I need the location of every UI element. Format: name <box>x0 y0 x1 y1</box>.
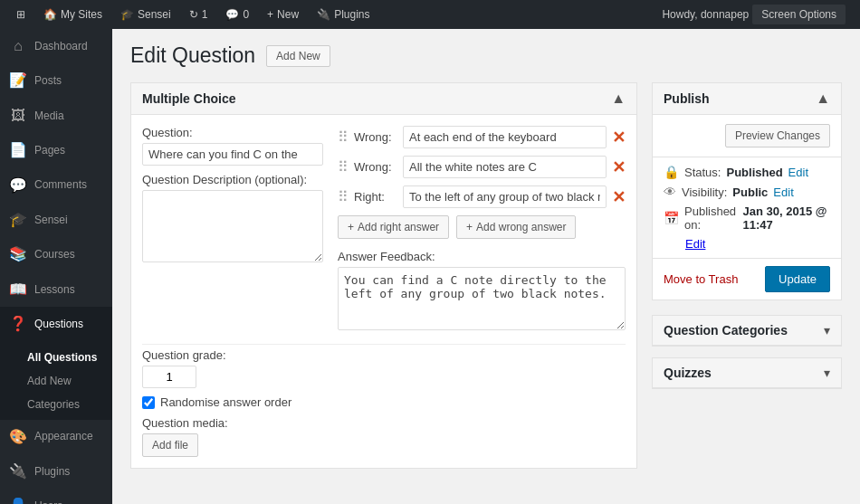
sidebar-item-courses[interactable]: 📚 Courses <box>0 237 112 271</box>
quizzes-title: Quizzes <box>664 366 712 380</box>
sidebar-item-label: Courses <box>34 247 75 262</box>
sidebar-item-label: Posts <box>34 73 62 89</box>
sensei-icon: 🎓 <box>120 8 134 21</box>
sidebar-item-plugins[interactable]: 🔌 Plugins <box>0 454 112 489</box>
sidebar-item-pages[interactable]: 📄 Pages <box>0 133 112 167</box>
feedback-textarea[interactable]: You can find a C note directly to the le… <box>338 267 626 330</box>
new-label: New <box>277 8 299 21</box>
answer-feedback-section: Answer Feedback: You can find a C note d… <box>338 250 626 333</box>
drag-handle-2[interactable]: ⠿ <box>338 158 349 176</box>
add-answer-buttons: + Add right answer + Add wrong answer <box>338 215 626 239</box>
plugins-label: Plugins <box>334 8 369 21</box>
question-categories-metabox: Question Categories ▾ <box>652 315 842 347</box>
comment-icon: 💬 <box>225 8 239 21</box>
user-greeting: Howdy, donnapep <box>662 8 749 21</box>
calendar-icon: 📅 <box>664 211 679 225</box>
sidebar-item-label: Sensei <box>34 213 68 228</box>
question-desc-textarea[interactable] <box>142 190 323 262</box>
sensei-menu[interactable]: 🎓 Sensei <box>111 0 180 29</box>
add-right-answer-button[interactable]: + Add right answer <box>338 215 449 239</box>
sidebar-item-users[interactable]: 👤 Users <box>0 489 112 504</box>
new-menu[interactable]: + New <box>258 0 308 29</box>
sidebar-item-label: Comments <box>34 177 87 193</box>
plus-wrong-icon: + <box>466 221 473 233</box>
visibility-edit-link[interactable]: Edit <box>773 185 793 199</box>
update-button[interactable]: Update <box>765 266 830 292</box>
sidebar-sub-all-questions[interactable]: All Questions <box>0 346 112 369</box>
publish-title: Publish <box>664 91 710 106</box>
sidebar-item-label: Questions <box>34 317 83 332</box>
published-on-row: 📅 Published on: Jan 30, 2015 @ 11:47 <box>664 204 830 232</box>
publish-metabox: Publish ▲ Preview Changes 🔒 Status: Publ… <box>652 82 842 300</box>
my-sites-menu[interactable]: 🏠 My Sites <box>34 0 111 29</box>
wp-logo[interactable]: ⊞ <box>7 0 34 29</box>
move-to-trash-link[interactable]: Move to Trash <box>664 272 738 286</box>
question-categories-header: Question Categories ▾ <box>653 316 841 346</box>
multiple-choice-toggle[interactable]: ▲ <box>611 90 626 107</box>
sidebar-sub-categories[interactable]: Categories <box>0 393 112 416</box>
sidebar-item-label: Plugins <box>34 464 70 480</box>
add-wrong-answer-button[interactable]: + Add wrong answer <box>456 215 576 239</box>
plugins-menu[interactable]: 🔌 Plugins <box>308 0 378 29</box>
sensei-nav-icon: 🎓 <box>9 210 27 230</box>
sidebar-item-media[interactable]: 🖼 Media <box>0 99 112 133</box>
sidebar-item-label: Pages <box>34 143 65 158</box>
status-edit-link[interactable]: Edit <box>788 166 808 179</box>
plugins-nav-icon: 🔌 <box>9 461 27 481</box>
sidebar-item-label: Users <box>34 499 62 504</box>
randomise-label: Randomise answer order <box>160 395 291 409</box>
refresh-icon: ↻ <box>189 8 198 21</box>
answer-input-1[interactable] <box>403 126 607 148</box>
add-wrong-answer-label: Add wrong answer <box>476 221 566 233</box>
admin-bar-right: Howdy, donnapep Screen Options <box>662 5 853 24</box>
appearance-icon: 🎨 <box>9 427 27 447</box>
sidebar-item-label: Dashboard <box>34 39 88 54</box>
answer-row-1: ⠿ Wrong: ✕ <box>338 126 626 148</box>
sidebar-item-sensei[interactable]: 🎓 Sensei <box>0 203 112 237</box>
extra-options: Question grade: Randomise answer order Q… <box>142 344 626 457</box>
randomise-checkbox[interactable] <box>142 396 155 409</box>
updates-menu[interactable]: ↻ 1 <box>180 0 217 29</box>
drag-handle-3[interactable]: ⠿ <box>338 188 349 205</box>
question-categories-toggle[interactable]: ▾ <box>824 323 830 338</box>
add-file-button[interactable]: Add file <box>142 433 198 457</box>
delete-answer-3[interactable]: ✕ <box>612 189 626 205</box>
grade-input[interactable] <box>142 366 196 388</box>
answer-type-3: Right: <box>354 190 397 204</box>
wp-icon: ⊞ <box>16 8 25 21</box>
users-icon: 👤 <box>9 496 27 504</box>
quizzes-toggle[interactable]: ▾ <box>824 366 830 380</box>
comments-count: 0 <box>243 8 249 21</box>
drag-handle-1[interactable]: ⠿ <box>338 128 349 146</box>
media-label: Question media: <box>142 416 626 430</box>
page-layout: ⌂ Dashboard 📝 Posts 🖼 Media 📄 Pages 💬 Co… <box>0 29 860 504</box>
published-on-value: Jan 30, 2015 @ 11:47 <box>743 204 830 232</box>
add-new-button[interactable]: Add New <box>266 45 330 67</box>
published-on-edit-link[interactable]: Edit <box>685 237 705 251</box>
multiple-choice-header: Multiple Choice ▲ <box>131 83 636 115</box>
home-icon: 🏠 <box>43 8 57 21</box>
question-input[interactable] <box>142 143 323 166</box>
delete-answer-1[interactable]: ✕ <box>612 129 626 146</box>
sidebar-sub-add-new[interactable]: Add New <box>0 369 112 393</box>
delete-answer-2[interactable]: ✕ <box>612 159 626 176</box>
content-columns: Multiple Choice ▲ Question: <box>130 82 842 483</box>
preview-changes-button[interactable]: Preview Changes <box>725 124 830 147</box>
screen-options-button[interactable]: Screen Options <box>752 5 846 24</box>
sidebar-item-questions[interactable]: ❓ Questions <box>0 307 112 341</box>
sidebar-item-appearance[interactable]: 🎨 Appearance <box>0 420 112 454</box>
answer-input-3[interactable] <box>403 185 607 208</box>
sidebar-item-comments[interactable]: 💬 Comments <box>0 168 112 203</box>
questions-submenu: All Questions Add New Categories <box>0 342 112 420</box>
multiple-choice-metabox: Multiple Choice ▲ Question: <box>130 82 637 469</box>
comments-menu[interactable]: 💬 0 <box>216 0 258 29</box>
answer-input-2[interactable] <box>403 156 607 178</box>
answer-type-2: Wrong: <box>354 160 397 174</box>
sidebar-item-posts[interactable]: 📝 Posts <box>0 63 112 98</box>
sidebar-item-dashboard[interactable]: ⌂ Dashboard <box>0 29 112 63</box>
publish-toggle[interactable]: ▲ <box>816 90 830 107</box>
left-column: Multiple Choice ▲ Question: <box>130 82 637 483</box>
sidebar-item-lessons[interactable]: 📖 Lessons <box>0 272 112 307</box>
multiple-choice-body: Question: Question Description (optional… <box>131 115 636 468</box>
visibility-value: Public <box>732 185 768 199</box>
